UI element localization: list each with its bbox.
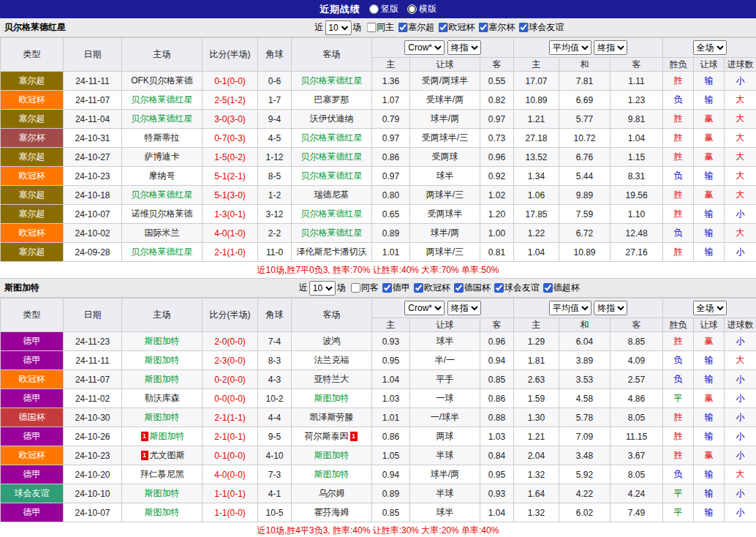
subcol-handicap-away: 客 [480,318,514,332]
recent-matches-table: 类型 日期 主场 比分(半场) 角球 客场 Crow* 终指 平均值 终指 全场 [0,37,756,262]
layout-radio[interactable] [369,4,379,14]
corners: 7-3 [258,465,292,484]
filter-label: 同客 [361,282,379,294]
filter-label: 德国杯 [464,282,491,294]
average-stage-select[interactable]: 终指 [594,301,627,315]
league-filter-checkbox[interactable] [438,23,447,32]
league-filter[interactable]: 德超杯 [543,282,580,294]
team-results-section: 贝尔格莱德红星 近 10 场 同主塞尔超欧冠杯塞尔杯球会友谊 类型 日期 主场 … [0,18,756,279]
league-filter-checkbox[interactable] [382,283,392,293]
recent-count-select[interactable]: 10 [309,281,336,296]
league-badge: 塞尔超 [1,186,64,205]
asian-handicap-line: 受两/两球半 [410,72,480,91]
avg-home-odds: 27.18 [514,129,559,148]
header-row-groups: 类型 日期 主场 比分(半场) 角球 客场 Crow* 终指 平均值 终指 全场 [1,38,756,58]
odds-company-select[interactable]: Crow* [404,301,445,315]
league-filter[interactable]: 塞尔超 [398,21,434,34]
match-row: 塞尔杯24-10-31特斯蒂拉0-7(0-3)4-5贝尔格莱德红星0.97受两球… [1,129,756,148]
home-team: OFK贝尔格莱德 [122,72,203,91]
match-row: 德甲24-11-23斯图加特2-0(0-0)7-4波鸿0.93球半0.961.2… [1,332,756,351]
result-scope-select[interactable]: 全场 [693,40,727,55]
handicap-stage-select[interactable]: 终指 [447,40,481,55]
avg-home-odds: 17.07 [514,72,559,91]
corners: 9-5 [258,427,292,446]
layout-option-horizontal[interactable]: 横版 [407,3,436,15]
same-venue-filter-checkbox[interactable] [366,23,376,32]
average-odds-select[interactable]: 平均值 [549,40,591,55]
subcol-result-outcome: 胜负 [663,58,694,72]
avg-draw-odds: 6.02 [559,503,611,522]
corners: 4-10 [258,446,292,465]
asian-away-odds: 0.96 [480,332,514,351]
league-filter[interactable]: 球会友谊 [494,282,540,294]
result-goals: 小 [725,446,756,465]
layout-radio[interactable] [407,4,417,14]
home-team: 斯图加特 [122,351,203,370]
handicap-stage-select[interactable]: 终指 [447,301,481,315]
league-filter[interactable]: 欧冠杯 [438,21,475,34]
match-row: 德甲24-11-02勒沃库森0-0(0-0)10-2斯图加特1.03一球0.86… [1,389,756,408]
score: 2-1(1-1) [203,408,258,427]
asian-home-odds: 1.01 [372,243,410,262]
avg-away-odds: 3.67 [611,446,663,465]
home-team: 贝尔格莱德红星 [122,186,203,205]
avg-home-odds: 1.81 [514,351,559,370]
result-handicap: 输 [694,167,725,186]
result-scope-select[interactable]: 全场 [693,301,727,315]
same-venue-filter[interactable]: 同客 [351,282,379,294]
league-filter[interactable]: 德甲 [382,282,410,294]
league-badge: 欧冠杯 [1,224,64,243]
result-goals: 小 [725,503,756,522]
league-filter-checkbox[interactable] [478,23,488,32]
match-row: 德国杯24-10-30斯图加特2-1(1-1)4-4凯泽斯劳滕1.01一/球半0… [1,408,756,427]
result-outcome: 胜 [663,446,694,465]
league-filter-checkbox[interactable] [543,283,553,293]
avg-away-odds: 9.81 [611,110,663,129]
league-filter[interactable]: 德国杯 [454,282,491,294]
asian-handicap-line: 两球半/三 [410,243,480,262]
header-row-groups: 类型 日期 主场 比分(半场) 角球 客场 Crow* 终指 平均值 终指 全场 [1,298,756,318]
recent-count-select[interactable]: 10 [325,20,351,35]
corners: 4-3 [258,370,292,389]
league-badge: 塞尔超 [1,72,64,91]
asian-away-odds: 0.86 [480,389,514,408]
subcol-avg-home: 主 [514,318,559,332]
average-odds-select[interactable]: 平均值 [549,301,591,315]
asian-home-odds: 1.01 [372,408,410,427]
league-filter[interactable]: 球会友谊 [518,21,564,34]
league-filter-checkbox[interactable] [518,23,528,32]
avg-home-odds: 1.21 [514,110,559,129]
asian-home-odds: 0.86 [372,427,410,446]
score: 0-0(0-0) [203,389,258,408]
score: 3-0(3-0) [203,110,258,129]
asian-home-odds: 0.89 [372,484,410,503]
layout-option-vertical[interactable]: 竖版 [369,3,398,15]
corners: 2-2 [258,224,292,243]
average-stage-select[interactable]: 终指 [594,40,627,55]
corners: 8-3 [258,351,292,370]
result-handicap: 输 [694,91,725,110]
same-venue-filter-checkbox[interactable] [351,283,360,293]
avg-draw-odds: 4.22 [559,484,611,503]
same-venue-filter[interactable]: 同主 [366,21,394,34]
league-badge: 塞尔超 [1,205,64,224]
match-date: 24-10-23 [64,167,122,186]
avg-home-odds: 1.22 [514,224,559,243]
odds-company-select[interactable]: Crow* [404,40,445,55]
asian-away-odds: 1.04 [480,503,514,522]
home-team: 贝尔格莱德红星 [122,91,203,110]
asian-handicap-line: 半/一 [410,351,480,370]
league-filter[interactable]: 塞尔杯 [478,21,515,34]
league-filter[interactable]: 欧冠杯 [414,282,450,294]
league-badge: 球会友谊 [1,484,64,503]
league-filter-checkbox[interactable] [398,23,407,32]
subcol-avg-away: 客 [611,318,663,332]
league-filter-checkbox[interactable] [454,283,464,293]
league-filter-checkbox[interactable] [494,283,504,293]
subcol-result-outcome: 胜负 [663,318,694,332]
result-outcome: 胜 [663,186,694,205]
league-filter-checkbox[interactable] [414,283,423,293]
result-handicap: 输 [694,351,725,370]
avg-draw-odds: 5.78 [559,408,611,427]
filter-group: 近 10 场 同客德甲欧冠杯德国杯球会友谊德超杯 [298,281,580,296]
